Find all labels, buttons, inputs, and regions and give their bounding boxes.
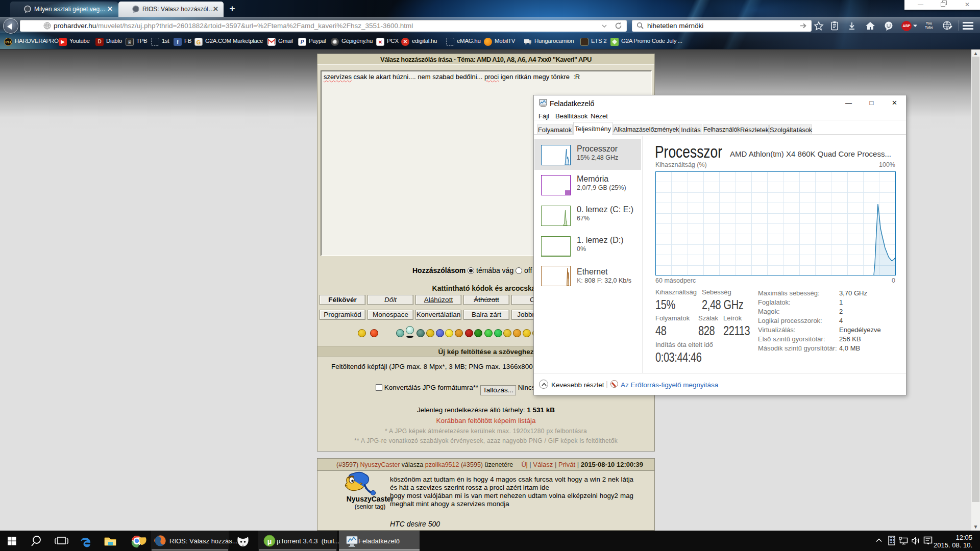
svg-text:µ: µ [267,537,272,545]
